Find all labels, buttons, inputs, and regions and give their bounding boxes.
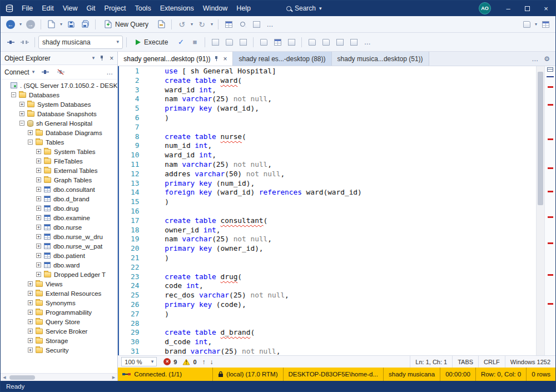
- tree-expander[interactable]: +: [36, 187, 41, 192]
- code-line[interactable]: use [ sh General Hospital]: [165, 67, 536, 76]
- tree-item[interactable]: +FileTables: [1, 156, 117, 166]
- code-line[interactable]: primary key (ward_id),: [165, 104, 536, 113]
- tree-item[interactable]: +External Resources: [1, 289, 117, 298]
- warning-count[interactable]: ! 0: [182, 359, 196, 365]
- tree-item[interactable]: +dbo.examine: [1, 213, 117, 222]
- tree-item[interactable]: +Dropped Ledger T: [1, 270, 117, 279]
- increase-indent-button[interactable]: [347, 36, 360, 49]
- tree-item[interactable]: +dbo.nurse_w_dru: [1, 232, 117, 241]
- tree-expander[interactable]: +: [36, 244, 41, 249]
- code-line[interactable]: [165, 207, 536, 216]
- tree-expander[interactable]: +: [36, 215, 41, 220]
- tree-item[interactable]: +Programmability: [1, 307, 117, 317]
- minimize-button[interactable]: –: [499, 1, 518, 16]
- code-line[interactable]: ): [165, 310, 536, 319]
- undo-chevron[interactable]: ▾: [189, 18, 195, 31]
- code-line[interactable]: addres varchar(50) not null,: [165, 170, 536, 179]
- scroll-thumb[interactable]: [9, 375, 35, 380]
- tree-expander[interactable]: −: [11, 92, 16, 97]
- pane-layout-button[interactable]: [539, 18, 552, 31]
- new-file-chevron[interactable]: ▾: [58, 18, 64, 31]
- tree-item[interactable]: +dbo.consultant: [1, 185, 117, 194]
- tree-expander[interactable]: +: [28, 310, 33, 315]
- pin-icon[interactable]: [100, 56, 105, 61]
- tree-expander[interactable]: +: [36, 234, 41, 239]
- menu-view[interactable]: View: [58, 2, 82, 15]
- new-file-button[interactable]: [44, 18, 58, 31]
- avatar[interactable]: AO: [479, 2, 491, 14]
- tabs-mode[interactable]: TABS: [452, 356, 478, 368]
- error-count[interactable]: × 9: [163, 358, 177, 365]
- code-line[interactable]: foreign key (ward_id) references ward(wa…: [165, 188, 536, 197]
- oe-overflow-button[interactable]: …: [106, 68, 113, 76]
- tree-item[interactable]: +dbo.nurse_w_pat: [1, 241, 117, 251]
- find-in-objects-button[interactable]: [236, 18, 249, 31]
- code-line[interactable]: ): [165, 113, 536, 123]
- tree-item[interactable]: +System Databases: [1, 100, 117, 109]
- pin-icon[interactable]: [214, 56, 219, 62]
- tree-item[interactable]: +dbo.nurse: [1, 222, 117, 232]
- tree-expander[interactable]: +: [36, 225, 41, 230]
- tree-item[interactable]: −Tables: [1, 137, 117, 147]
- tree-item[interactable]: +Storage: [1, 336, 117, 345]
- tree-expander[interactable]: +: [36, 262, 41, 267]
- comment-button[interactable]: [305, 36, 319, 49]
- new-query-button[interactable]: New Query: [99, 18, 154, 31]
- zoom-dropdown[interactable]: 100 % ▾: [121, 357, 157, 366]
- results-to-text-button[interactable]: [257, 36, 270, 49]
- results-to-file-button[interactable]: [285, 36, 298, 49]
- query-toolbar-overflow-button[interactable]: …: [361, 36, 374, 49]
- code-line[interactable]: d_code int,: [165, 338, 536, 347]
- code-line[interactable]: [165, 319, 536, 329]
- tree-expander[interactable]: +: [19, 102, 24, 107]
- decrease-indent-button[interactable]: [333, 36, 346, 49]
- code-line[interactable]: create table drug(: [165, 272, 536, 282]
- code-line[interactable]: primary key (owner_id),: [165, 244, 536, 254]
- editor-tab[interactable]: shady musica...desktop (51)): [332, 52, 429, 66]
- code-line[interactable]: owner_id int,: [165, 226, 536, 235]
- editor-tab[interactable]: shady real es...-desktop (88)): [233, 52, 331, 66]
- code-line[interactable]: primary key (code),: [165, 300, 536, 310]
- table-designer-button[interactable]: [222, 18, 235, 31]
- encoding[interactable]: Windows 1252: [505, 356, 555, 368]
- tree-expander[interactable]: +: [36, 253, 41, 258]
- change-connection-button[interactable]: [4, 36, 17, 49]
- close-tab-icon[interactable]: ×: [223, 55, 227, 63]
- tree-expander[interactable]: +: [36, 158, 41, 163]
- tree-item[interactable]: +dbo.drug: [1, 204, 117, 213]
- tree-item[interactable]: +Synonyms: [1, 298, 117, 307]
- database-dropdown[interactable]: shady musicana ▾: [38, 36, 123, 49]
- activity-monitor-button[interactable]: [250, 18, 263, 31]
- undo-button[interactable]: ↺: [175, 18, 188, 31]
- code-line[interactable]: ward_id int,: [165, 86, 536, 95]
- tree-item[interactable]: +dbo.d_brand: [1, 194, 117, 204]
- redo-button[interactable]: ↻: [195, 18, 209, 31]
- oe-horizontal-scrollbar[interactable]: ◀ ▶: [1, 373, 117, 381]
- tree-expander[interactable]: +: [28, 338, 33, 343]
- tree-item[interactable]: +Service Broker: [1, 326, 117, 336]
- tab-settings-icon[interactable]: ⚙: [544, 55, 550, 63]
- back-history-chevron[interactable]: ▾: [18, 18, 23, 31]
- feedback-button[interactable]: [520, 18, 533, 31]
- tree-expander[interactable]: +: [36, 272, 41, 277]
- menu-edit[interactable]: Edit: [37, 2, 58, 15]
- tree-expander[interactable]: +: [28, 300, 33, 305]
- previous-issue-button[interactable]: ↑: [202, 358, 206, 366]
- code-line[interactable]: rec_dos varchar(25) not null,: [165, 291, 536, 300]
- save-button[interactable]: [64, 18, 78, 31]
- tree-item[interactable]: +dbo.ward: [1, 260, 117, 270]
- tree-expander[interactable]: +: [28, 329, 33, 334]
- code-line[interactable]: create table nurse(: [165, 132, 536, 142]
- cancel-query-button[interactable]: ■: [188, 36, 201, 49]
- menu-git[interactable]: Git: [82, 2, 100, 15]
- oe-disconnect-button[interactable]: [40, 67, 50, 77]
- close-button[interactable]: ×: [537, 1, 555, 16]
- feedback-chevron[interactable]: ▾: [533, 18, 539, 31]
- tree-item[interactable]: −sh General Hospital: [1, 118, 117, 128]
- code-editor[interactable]: 1234567891011121314151617181920212223242…: [118, 66, 555, 355]
- next-issue-button[interactable]: ↓: [210, 358, 214, 366]
- tree-item[interactable]: +Security: [1, 345, 117, 355]
- toolbar-overflow-button[interactable]: …: [264, 18, 277, 31]
- tree-item[interactable]: +dbo.patient: [1, 251, 117, 260]
- open-query-button[interactable]: [155, 18, 168, 31]
